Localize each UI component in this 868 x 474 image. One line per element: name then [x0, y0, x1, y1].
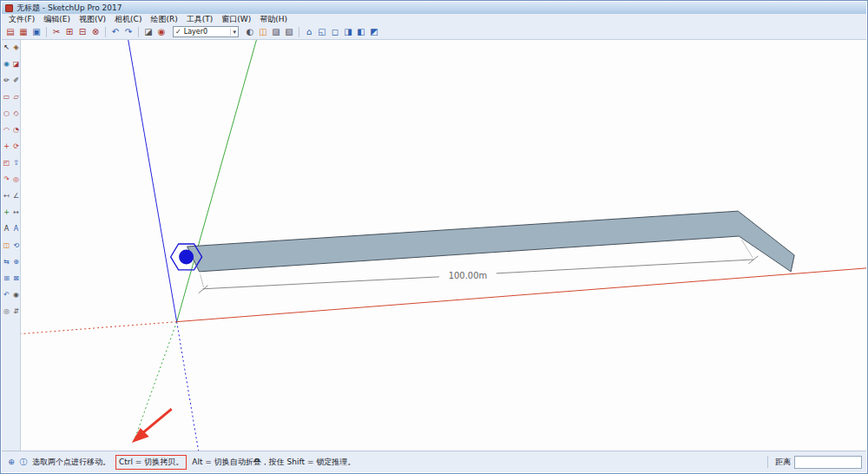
new-icon[interactable]: ▤ — [4, 26, 16, 38]
pan-tool-icon[interactable]: ⇆ — [3, 258, 11, 267]
3d-text-tool-icon[interactable]: A — [12, 225, 21, 234]
pie-tool-icon[interactable]: ◔ — [12, 126, 21, 135]
move-tool-icon[interactable]: + — [3, 142, 11, 151]
blue-axis-negative — [177, 322, 199, 451]
dimension-extension-left — [201, 274, 204, 287]
credits-icon[interactable]: ⓘ — [18, 457, 29, 467]
zoom-window-tool-icon[interactable]: ⊞ — [3, 274, 11, 283]
section-plane-tool-icon[interactable]: ◫ — [3, 241, 11, 250]
look-around-tool-icon[interactable]: ◎ — [3, 307, 11, 316]
previous-view-tool-icon[interactable]: ↶ — [3, 291, 11, 300]
red-axis — [177, 268, 866, 322]
menu-help[interactable]: 帮助(H) — [255, 14, 292, 25]
dimension-line-right — [496, 260, 753, 273]
tape-measure-tool-icon[interactable]: ↤ — [3, 192, 11, 201]
section-plane-icon[interactable]: ◫ — [257, 26, 269, 38]
menu-edit[interactable]: 编辑(E) — [39, 14, 75, 25]
right-view-icon[interactable]: ◨ — [342, 26, 354, 38]
window-title: 无标题 - SketchUp Pro 2017 — [16, 3, 122, 14]
zoom-extents-tool-icon[interactable]: ⊠ — [12, 274, 21, 283]
toolbar-separator — [46, 27, 47, 37]
dimension-line-left — [203, 277, 439, 289]
iso-view-icon[interactable]: ⌂ — [303, 26, 315, 38]
layer-dropdown[interactable]: ✓ Layer0 ▾ — [173, 26, 239, 37]
text-tool-icon[interactable]: A — [3, 225, 11, 234]
menu-draw[interactable]: 绘图(R) — [146, 14, 181, 25]
left-tool-palette: ↖◈◉◪✏✐▭▱○◇◠◔+⟳◰⇧↷◎↤∠+↔AA◫⟲⇆⊕⊞⊠↶◉◎⇵ — [2, 40, 21, 451]
save-icon[interactable]: ▣ — [30, 26, 43, 38]
follow-me-tool-icon[interactable]: ↷ — [3, 175, 11, 184]
texture-icon[interactable]: ▨ — [270, 26, 282, 38]
red-axis-negative — [21, 322, 177, 334]
back-view-icon[interactable]: ◧ — [355, 26, 367, 38]
front-view-icon[interactable]: ◻ — [329, 26, 341, 38]
line-tool-icon[interactable]: ✏ — [3, 76, 11, 85]
toolbar-left-group: ▤▦▣✂⊞⊟⊗↶↷◪◉ — [4, 26, 168, 38]
toolbar-separator — [299, 27, 299, 37]
cut-icon[interactable]: ✂ — [50, 26, 62, 38]
status-hint-ctrl-highlighted: Ctrl = 切换拷贝。 — [115, 455, 187, 470]
eraser-icon[interactable]: ◪ — [12, 60, 21, 69]
dimension-tool-icon[interactable]: ↔ — [12, 208, 21, 217]
chevron-down-icon: ▾ — [230, 29, 236, 36]
walk-tool-icon[interactable]: ⇵ — [12, 307, 21, 316]
top-toolbar: ▤▦▣✂⊞⊟⊗↶↷◪◉ ✓ Layer0 ▾ ◐◫▨▧⌂◱◻◨◧◩ — [2, 24, 866, 40]
sketchup-window: 无标题 - SketchUp Pro 2017 文件(F)编辑(E)视图(V)相… — [0, 0, 868, 474]
status-icons: ⊕ⓘ — [6, 457, 29, 467]
axes-tool-icon[interactable]: + — [3, 208, 11, 217]
menu-camera[interactable]: 相机(C) — [110, 14, 146, 25]
toolbar-separator — [105, 27, 106, 37]
measurement-box[interactable] — [794, 456, 862, 469]
select-tool-icon[interactable]: ↖ — [3, 43, 11, 52]
layer-dropdown-value: Layer0 — [184, 28, 231, 36]
undo-icon[interactable]: ↶ — [109, 26, 122, 38]
status-divider — [767, 456, 768, 468]
green-axis — [177, 40, 257, 322]
rectangle-tool-icon[interactable]: ▭ — [3, 93, 11, 102]
position-camera-tool-icon[interactable]: ◉ — [12, 291, 21, 300]
menu-file[interactable]: 文件(F) — [4, 14, 39, 25]
measurement-label: 距离 — [775, 457, 791, 468]
toolbar-right-group: ◐◫▨▧⌂◱◻◨◧◩ — [244, 26, 380, 38]
polygon-tool-icon[interactable]: ◇ — [12, 109, 21, 118]
arc-tool-icon[interactable]: ◠ — [3, 126, 11, 135]
menu-tools[interactable]: 工具(T) — [182, 14, 218, 25]
delete-icon[interactable]: ⊗ — [89, 26, 102, 38]
green-axis-negative — [135, 322, 177, 438]
circle-tool-icon[interactable]: ○ — [3, 109, 11, 118]
redo-icon[interactable]: ↷ — [122, 26, 135, 38]
push-pull-tool-icon[interactable]: ⇧ — [12, 159, 21, 168]
paint-toolbar-icon[interactable]: ◉ — [155, 26, 168, 38]
title-bar: 无标题 - SketchUp Pro 2017 — [2, 2, 866, 14]
menu-bar: 文件(F)编辑(E)视图(V)相机(C)绘图(R)工具(T)窗口(W)帮助(H) — [2, 14, 866, 24]
offset-tool-icon[interactable]: ◎ — [12, 175, 21, 184]
copy-icon[interactable]: ⊞ — [63, 26, 76, 38]
scale-tool-icon[interactable]: ◰ — [3, 159, 11, 168]
make-component-icon[interactable]: ◈ — [12, 43, 21, 52]
styles-icon[interactable]: ▧ — [283, 26, 295, 38]
orbit-tool-icon[interactable]: ⟲ — [12, 241, 21, 250]
shadows-icon[interactable]: ◐ — [244, 26, 256, 38]
drawing-canvas[interactable]: 100.00m — [21, 40, 866, 451]
annotation-arrow-shaft — [141, 409, 172, 434]
status-hint-suffix: Alt = 切换自动折叠，按住 Shift = 锁定推理。 — [192, 457, 355, 468]
layer-check-icon: ✓ — [175, 28, 181, 36]
protractor-tool-icon[interactable]: ∠ — [12, 192, 21, 201]
freehand-tool-icon[interactable]: ✐ — [12, 76, 21, 85]
open-icon[interactable]: ▦ — [17, 26, 30, 38]
menu-view[interactable]: 视图(V) — [75, 14, 110, 25]
blue-axis — [128, 40, 177, 322]
menu-window[interactable]: 窗口(W) — [217, 14, 255, 25]
eraser-toolbar-icon[interactable]: ◪ — [142, 26, 155, 38]
zoom-tool-icon[interactable]: ⊕ — [12, 258, 21, 267]
selected-endpoint-marker[interactable] — [179, 249, 194, 264]
paint-bucket-icon[interactable]: ◉ — [3, 60, 11, 69]
geolocation-icon[interactable]: ⊕ — [6, 457, 16, 467]
status-hint-prefix: 选取两个点进行移动。 — [32, 457, 110, 468]
status-bar: ⊕ⓘ 选取两个点进行移动。 Ctrl = 切换拷贝。 Alt = 切换自动折叠，… — [2, 451, 866, 472]
left-view-icon[interactable]: ◩ — [368, 26, 380, 38]
paste-icon[interactable]: ⊟ — [76, 26, 89, 38]
rotated-rectangle-tool-icon[interactable]: ▱ — [12, 93, 21, 102]
top-view-icon[interactable]: ◱ — [316, 26, 328, 38]
rotate-tool-icon[interactable]: ⟳ — [12, 142, 21, 151]
